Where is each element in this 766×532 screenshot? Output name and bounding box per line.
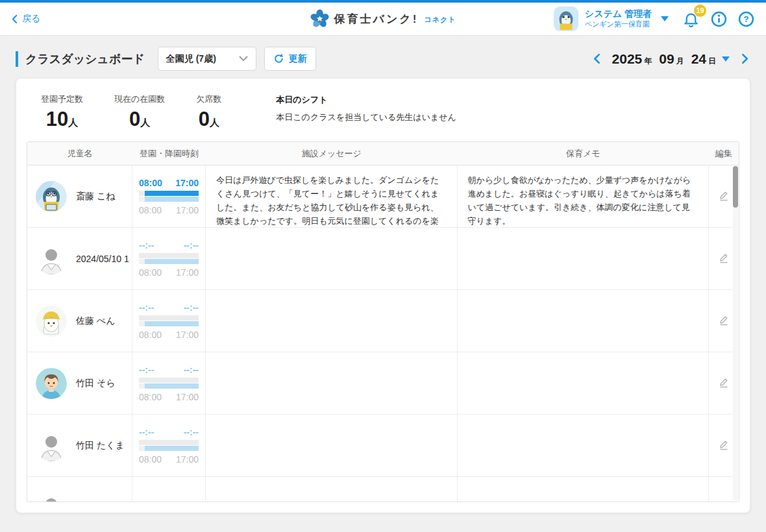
care-memo (458, 228, 710, 289)
penguin-hat-avatar (36, 306, 67, 337)
actual-times: --:----:-- (139, 365, 199, 375)
date-day: 24 (691, 51, 706, 67)
page-title: クラスダッシュボード (16, 51, 145, 67)
care-memo (458, 415, 710, 476)
scheduled-times: 08:0017:00 (139, 330, 199, 340)
attendance-time-cell: --:----:-- 08:0017:00 (132, 290, 206, 352)
person-silhouette-avatar (36, 492, 67, 503)
child-name-cell (27, 477, 132, 502)
attendance-table-body: 斎藤 こね 08:0017:00 08:0017:00 今日は戸外遊びで虫探しを… (27, 165, 739, 502)
user-name: システム 管理者 (585, 8, 652, 20)
refresh-label: 更新 (289, 53, 307, 65)
todays-shift: 本日のシフト 本日このクラスを担当している先生はいません (276, 93, 456, 131)
date-year: 2025 (612, 51, 643, 67)
scheduled-attendance-bar (139, 321, 199, 326)
person-silhouette-avatar (36, 430, 67, 461)
attendance-time-cell: --:----:-- (132, 477, 206, 502)
date-year-unit: 年 (644, 56, 652, 67)
chevron-down-icon (661, 16, 669, 21)
actual-times: --:----:-- (139, 427, 199, 437)
actual-attendance-bar (139, 315, 199, 320)
logo-text: 保育士バンク! (334, 12, 419, 27)
stat-expected-attendance: 登園予定数 10人 (41, 93, 83, 131)
edit-button[interactable] (715, 186, 733, 206)
child-name-cell: 竹田 たくま (27, 415, 132, 476)
table-header-row: 児童名 登園・降園時刻 施設メッセージ 保育メモ 編集 (27, 142, 739, 165)
actual-attendance-bar (139, 378, 199, 383)
back-label: 戻る (22, 13, 40, 25)
date-picker[interactable]: 2025年 09月 24日 (612, 51, 730, 67)
stat-value: 0人 (114, 108, 165, 131)
edit-button[interactable] (715, 248, 733, 269)
actual-times: --:----:-- (139, 240, 199, 250)
user-info: システム 管理者 ペンギン第一保育園 (585, 8, 652, 29)
scheduled-attendance-bar (139, 259, 199, 264)
stat-value: 10人 (41, 108, 83, 131)
class-select[interactable]: 全園児 (7歳) (158, 47, 256, 71)
edit-button[interactable] (715, 373, 733, 393)
shift-title: 本日のシフト (276, 94, 456, 106)
person-silhouette-avatar (36, 243, 67, 274)
scheduled-times: 08:0017:00 (139, 454, 199, 465)
date-month: 09 (659, 51, 674, 67)
edit-button[interactable] (715, 311, 733, 331)
column-header-facility-message: 施設メッセージ (206, 148, 458, 160)
app-logo[interactable]: 保育士バンク! コネクト (310, 9, 456, 29)
attendance-bars (139, 191, 199, 202)
attendance-time-cell: 08:0017:00 08:0017:00 (132, 165, 206, 227)
help-button[interactable]: ? (738, 11, 754, 27)
child-name: 竹田 たくま (76, 440, 125, 452)
stat-label: 現在の在園数 (114, 93, 165, 105)
care-memo (458, 290, 710, 352)
table-row: --:----:-- (27, 477, 739, 502)
date-day-unit: 日 (708, 56, 716, 67)
next-day-button[interactable] (739, 51, 750, 66)
back-link[interactable]: 戻る (12, 13, 40, 25)
previous-day-button[interactable] (591, 51, 602, 66)
sakura-flower-icon (310, 9, 330, 29)
attendance-table: 児童名 登園・降園時刻 施設メッセージ 保育メモ 編集 斎藤 こね 08:001… (27, 141, 739, 502)
chevron-down-icon (239, 56, 248, 62)
stat-absences: 欠席数 0人 (196, 93, 221, 131)
class-dashboard-page: 戻る 保育士バンク! コネクト (0, 0, 766, 532)
child-name: 竹田 そら (76, 378, 116, 389)
actual-times: --:----:-- (139, 302, 199, 313)
user-organization: ペンギン第一保育園 (585, 20, 652, 29)
actual-attendance-bar (139, 253, 199, 258)
header-actions: システム 管理者 ペンギン第一保育園 19 (554, 6, 754, 31)
stat-label: 登園予定数 (41, 93, 83, 105)
attendance-bars (139, 253, 199, 264)
child-name-cell: 佐藤 ぺん (27, 290, 132, 352)
attendance-bars (139, 378, 199, 389)
facility-message: 今日は戸外遊びで虫探しを楽しみました。ダンゴムシをたくさん見つけて、「見てー！」… (206, 165, 458, 227)
care-memo (458, 477, 710, 502)
app-header: 戻る 保育士バンク! コネクト (0, 3, 766, 36)
notification-count-badge: 19 (694, 5, 706, 17)
child-name: 斎藤 こね (76, 191, 116, 202)
info-button[interactable] (711, 11, 727, 27)
actual-attendance-bar (139, 191, 199, 196)
facility-message (206, 228, 458, 289)
child-name-cell: 2024/05/10 1 (27, 228, 132, 289)
scrollbar-thumb[interactable] (733, 166, 738, 208)
child-avatar (36, 368, 67, 399)
child-name: 佐藤 ぺん (76, 315, 116, 327)
user-menu[interactable]: システム 管理者 ペンギン第一保育園 (554, 6, 669, 31)
date-month-unit: 月 (676, 56, 684, 67)
notifications-button[interactable]: 19 (682, 10, 700, 28)
class-select-value: 全園児 (7歳) (166, 53, 216, 65)
attendance-bars (139, 440, 199, 451)
edit-button[interactable] (715, 435, 733, 455)
attendance-time-cell: --:----:-- 08:0017:00 (132, 228, 206, 289)
facility-message (206, 415, 458, 476)
refresh-button[interactable]: 更新 (264, 47, 316, 71)
child-name-cell: 竹田 そら (27, 352, 132, 414)
edit-button[interactable] (715, 498, 733, 502)
column-header-care-memo: 保育メモ (458, 148, 710, 160)
actual-attendance-bar (139, 440, 199, 445)
stat-value: 0人 (196, 108, 221, 131)
table-row: 2024/05/10 1 --:----:-- 08:0017:00 (27, 228, 739, 290)
stat-label: 欠席数 (196, 93, 221, 105)
scheduled-times: 08:0017:00 (139, 205, 199, 215)
attendance-bars (139, 315, 199, 326)
